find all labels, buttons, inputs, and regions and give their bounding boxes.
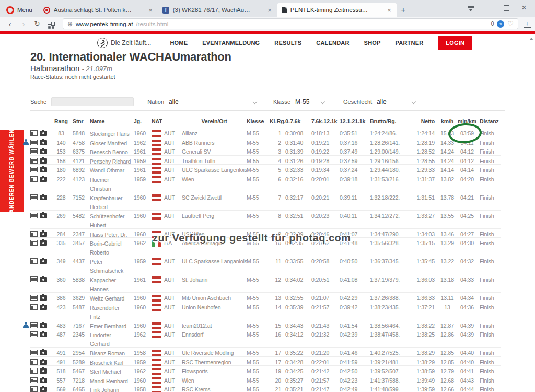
split1-cell: 0:34:12: [285, 329, 311, 347]
tab-facebook[interactable]: (3) WK281 76/17, WachAu… ×: [158, 3, 277, 17]
nav-item-eventanmeldung[interactable]: EVENTANMELDUNG: [202, 40, 260, 46]
nation-select[interactable]: alle: [169, 98, 257, 106]
facebook-icon: [162, 7, 169, 14]
photo-icon[interactable]: [40, 195, 47, 200]
close-tab-icon[interactable]: ×: [266, 6, 273, 14]
split2-cell: 0:21:47: [311, 384, 340, 392]
photo-icon[interactable]: [40, 323, 47, 328]
photo-icon[interactable]: [40, 360, 47, 365]
klasse-select[interactable]: M-55: [295, 98, 324, 106]
photo-icon[interactable]: [40, 332, 47, 337]
table-row: 284 2347 Haiss Peter, Dr. 1960 AUT USI W…: [30, 229, 501, 238]
club-cell: USI Wien: [182, 229, 247, 238]
flag-icon: [152, 258, 161, 265]
close-window-button[interactable]: [516, 2, 532, 14]
flag-icon: [152, 386, 161, 392]
distance-cell: Finish: [478, 302, 501, 320]
athlete-details-icon[interactable]: [30, 350, 38, 355]
nav-item-shop[interactable]: SHOP: [364, 40, 381, 46]
photo-icon[interactable]: [40, 305, 47, 310]
nav-item-home[interactable]: HOME: [170, 40, 188, 46]
pace-cell: 04:41: [457, 366, 478, 375]
athlete-details-icon[interactable]: [30, 130, 38, 136]
athlete-details-icon[interactable]: [30, 331, 38, 337]
net-time-cell: 1:38:29: [412, 357, 438, 366]
athlete-details-icon[interactable]: [30, 194, 38, 200]
photo-icon[interactable]: [40, 158, 47, 164]
login-button[interactable]: LOGIN: [438, 36, 472, 50]
photo-icon[interactable]: [40, 167, 47, 172]
tab-austria[interactable]: Austria schlägt St. Pölten k… ×: [39, 3, 158, 17]
filter-bar: Suche Nation alle Klasse M-55 Geschlecht…: [30, 97, 506, 106]
class-rank-cell: 14: [270, 302, 285, 320]
class-cell: M-55: [247, 211, 270, 228]
heart-bookmark-icon[interactable]: [507, 20, 514, 28]
athlete-details-icon[interactable]: [30, 148, 38, 154]
forward-button[interactable]: ›: [18, 18, 29, 30]
scrollbar-up-arrow[interactable]: [529, 36, 533, 40]
close-tab-icon[interactable]: ×: [386, 6, 392, 14]
other-event-banner[interactable]: ANDEREN BEWERB WÄHLEN: [0, 130, 24, 212]
nav-item-calendar[interactable]: CALENDAR: [316, 40, 349, 46]
header-distanz: Distanz: [478, 116, 501, 128]
browser-menu-label: Menü: [17, 7, 32, 13]
geschlecht-select[interactable]: alle: [377, 98, 415, 106]
photo-icon[interactable]: [40, 368, 47, 374]
athlete-details-icon[interactable]: [30, 240, 38, 246]
browser-menu-button[interactable]: Menü: [3, 3, 39, 17]
athlete-details-icon[interactable]: [30, 213, 38, 218]
photo-icon[interactable]: [40, 140, 47, 145]
photo-icon[interactable]: [40, 149, 47, 154]
minimize-button[interactable]: [481, 2, 496, 14]
athlete-details-icon[interactable]: [30, 322, 38, 328]
athlete-details-icon[interactable]: [30, 258, 38, 264]
download-icon[interactable]: [524, 20, 531, 28]
photo-icon[interactable]: [40, 387, 47, 392]
nav-item-results[interactable]: RESULTS: [274, 40, 301, 46]
reload-button[interactable]: [31, 18, 43, 30]
split2-cell: 0:21:20: [311, 348, 340, 356]
photo-icon[interactable]: [40, 378, 47, 383]
speed-dial-button[interactable]: [45, 18, 56, 30]
adblocker-icon[interactable]: [497, 20, 504, 28]
close-tab-icon[interactable]: ×: [147, 6, 154, 14]
search-input[interactable]: [51, 97, 134, 106]
photo-icon[interactable]: [40, 295, 47, 301]
athlete-details-icon[interactable]: [30, 276, 38, 282]
site-logo[interactable]: Die Zeit läuft...: [97, 38, 151, 48]
distance-cell: Finish: [478, 348, 501, 356]
url-field[interactable]: www.pentek-timing.at /results.html 0: [63, 18, 518, 29]
athlete-details-icon[interactable]: [30, 158, 38, 164]
maximize-button[interactable]: [498, 2, 514, 14]
photo-icon[interactable]: [40, 177, 47, 182]
back-button[interactable]: ‹: [4, 18, 16, 30]
nav-item-partner[interactable]: PARTNER: [396, 40, 424, 46]
photo-icon[interactable]: [40, 131, 47, 136]
athlete-details-icon[interactable]: [30, 231, 38, 237]
tab-menu-button[interactable]: [463, 2, 479, 14]
athlete-details-icon[interactable]: [30, 140, 38, 145]
athlete-details-icon[interactable]: [30, 167, 38, 172]
athlete-details-icon[interactable]: [30, 295, 38, 301]
klasse-label: Klasse: [273, 99, 290, 105]
net-time-cell: 1:38:29: [412, 348, 438, 356]
athlete-details-icon[interactable]: [30, 176, 38, 182]
photo-icon[interactable]: [40, 350, 47, 355]
pace-cell: 04:11: [457, 137, 478, 146]
photo-icon[interactable]: [40, 213, 47, 218]
tab-pentek-active[interactable]: PENTEK-timing Zeitmessu… ×: [277, 3, 397, 17]
athlete-details-icon[interactable]: [30, 377, 38, 383]
split1-cell: 0:34:25: [285, 366, 311, 375]
photo-icon[interactable]: [40, 277, 47, 282]
photo-icon[interactable]: [40, 259, 47, 264]
athlete-details-icon[interactable]: [30, 368, 38, 374]
new-tab-button[interactable]: [397, 3, 410, 17]
tab-menu-icon: [467, 5, 474, 10]
photo-icon[interactable]: [40, 240, 47, 246]
athlete-details-icon[interactable]: [30, 304, 38, 310]
athlete-details-icon[interactable]: [30, 359, 38, 365]
photo-icon[interactable]: [40, 232, 47, 237]
club-cell: Allianz: [182, 128, 247, 137]
name-cell: Mandl Reinhard: [90, 375, 134, 384]
athlete-details-icon[interactable]: [30, 386, 38, 392]
